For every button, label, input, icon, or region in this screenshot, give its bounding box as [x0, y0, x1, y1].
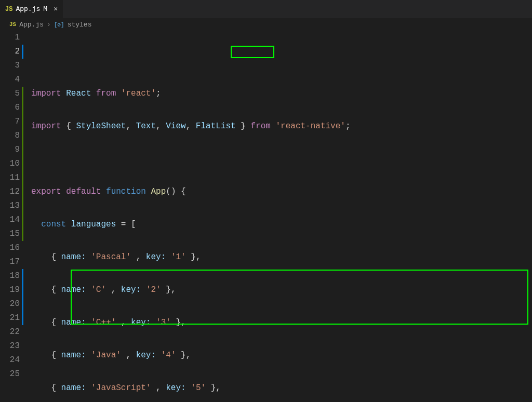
- code-line: { name: 'C' , key: '2' },: [31, 283, 532, 297]
- code-line: const languages = [: [31, 218, 532, 232]
- code-editor[interactable]: 1 2 3 4 5 6 7 8 9 10 11 12 13 14 15 16 1…: [0, 31, 532, 402]
- code-line: [31, 152, 532, 166]
- line-number: 16: [0, 241, 20, 255]
- line-number: 14: [0, 213, 20, 227]
- line-number: 22: [0, 325, 20, 339]
- line-number: 7: [0, 115, 20, 129]
- gutter-decoration: [22, 269, 23, 325]
- line-number: 15: [0, 227, 20, 241]
- js-icon: JS: [5, 6, 12, 13]
- tab-bar: JS App.js M ×: [0, 0, 532, 18]
- line-number: 8: [0, 129, 20, 143]
- breadcrumb-symbol[interactable]: styles: [68, 21, 92, 29]
- code-area[interactable]: import React from 'react'; import { Styl…: [31, 31, 532, 402]
- gutter-decoration: [22, 87, 23, 241]
- line-number: 3: [0, 59, 20, 73]
- close-icon[interactable]: ×: [54, 5, 58, 14]
- code-line: { name: 'Pascal' , key: '1' },: [31, 250, 532, 264]
- tab-app-js[interactable]: JS App.js M ×: [0, 0, 63, 18]
- code-line: import { StyleSheet, Text, View, FlatLis…: [31, 119, 532, 133]
- line-number: 9: [0, 143, 20, 157]
- line-number: 19: [0, 283, 20, 297]
- line-number: 20: [0, 297, 20, 311]
- line-number: 12: [0, 185, 20, 199]
- line-number: 17: [0, 255, 20, 269]
- line-number: 13: [0, 199, 20, 213]
- line-number: 25: [0, 367, 20, 381]
- line-number: 11: [0, 171, 20, 185]
- gutter-decoration: [22, 45, 23, 59]
- line-number: 1: [0, 31, 20, 45]
- line-number: 21: [0, 311, 20, 325]
- modified-indicator: M: [43, 5, 47, 13]
- line-number: 24: [0, 353, 20, 367]
- line-number: 2: [0, 45, 20, 59]
- line-number: 6: [0, 101, 20, 115]
- tab-filename: App.js: [16, 5, 40, 13]
- breadcrumb: JS App.js › [⊘] styles: [0, 18, 532, 31]
- line-number: 5: [0, 87, 20, 101]
- line-number: 18: [0, 269, 20, 283]
- line-number: 10: [0, 157, 20, 171]
- line-number-gutter: 1 2 3 4 5 6 7 8 9 10 11 12 13 14 15 16 1…: [0, 31, 31, 402]
- chevron-right-icon: ›: [47, 21, 51, 29]
- code-line: { name: 'Java' , key: '4' },: [31, 349, 532, 363]
- js-icon: JS: [9, 21, 16, 28]
- code-line: export default function App() {: [31, 185, 532, 199]
- breadcrumb-file[interactable]: App.js: [19, 21, 44, 29]
- code-line: { name: 'JavaScript' , key: '5' },: [31, 381, 532, 395]
- highlight-flatlist-import: [231, 46, 274, 58]
- code-line: { name: 'C++' , key: '3' },: [31, 316, 532, 330]
- code-line: import React from 'react';: [31, 87, 532, 101]
- line-number: 4: [0, 73, 20, 87]
- line-number: 23: [0, 339, 20, 353]
- symbol-icon: [⊘]: [54, 21, 64, 28]
